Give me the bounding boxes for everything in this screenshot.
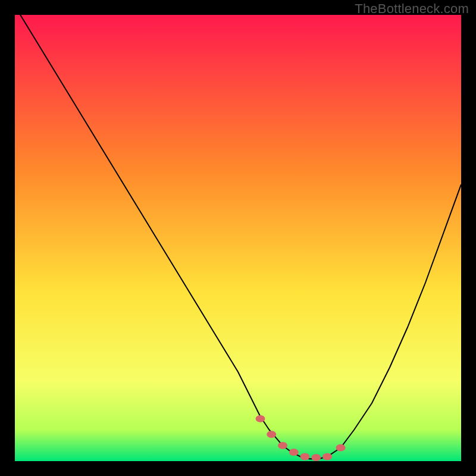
chart-svg xyxy=(15,15,461,461)
marker-dot xyxy=(300,453,310,461)
marker-dot xyxy=(336,444,346,452)
plot-area xyxy=(15,15,461,461)
marker-dot xyxy=(311,454,321,461)
marker-dot xyxy=(256,415,265,422)
marker-dot xyxy=(267,431,276,438)
chart-frame: TheBottleneck.com xyxy=(0,0,476,476)
gradient-background xyxy=(15,15,461,461)
marker-dot xyxy=(278,442,287,449)
marker-dot xyxy=(322,453,332,461)
marker-dot xyxy=(289,449,299,456)
